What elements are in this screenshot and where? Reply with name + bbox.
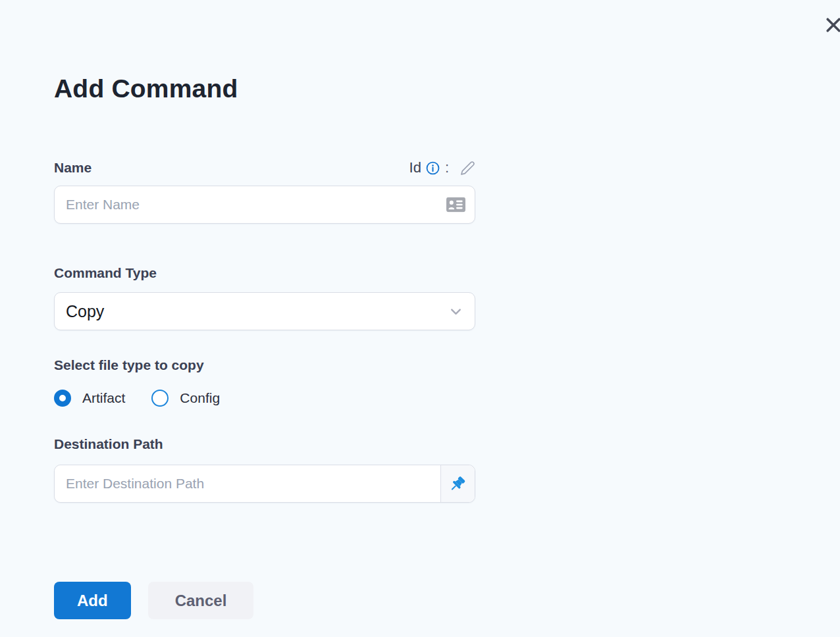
id-colon: : bbox=[445, 159, 449, 176]
x-icon bbox=[824, 15, 840, 35]
add-command-modal: Add Command Name Id : bbox=[54, 0, 475, 619]
radio-label-artifact: Artifact bbox=[82, 390, 125, 406]
name-input[interactable] bbox=[54, 186, 475, 224]
file-type-label: Select file type to copy bbox=[54, 357, 475, 374]
destination-path-label: Destination Path bbox=[54, 436, 475, 453]
pin-button[interactable] bbox=[440, 465, 475, 502]
file-type-radio-group: Artifact Config bbox=[54, 390, 475, 407]
edit-id-button[interactable] bbox=[460, 161, 475, 176]
radio-option-artifact[interactable]: Artifact bbox=[54, 390, 125, 407]
radio-label-config: Config bbox=[180, 390, 220, 406]
cancel-button[interactable]: Cancel bbox=[148, 582, 254, 619]
page-title: Add Command bbox=[54, 0, 475, 104]
radio-selected-icon[interactable] bbox=[54, 390, 71, 407]
action-buttons: Add Cancel bbox=[54, 582, 475, 619]
close-button[interactable] bbox=[822, 14, 840, 36]
id-label: Id bbox=[409, 159, 421, 176]
command-type-value: Copy bbox=[66, 302, 104, 321]
name-label: Name bbox=[54, 159, 92, 176]
pushpin-icon bbox=[449, 475, 467, 493]
name-input-wrap bbox=[54, 186, 475, 224]
add-button[interactable]: Add bbox=[54, 582, 131, 619]
command-type-select[interactable]: Copy bbox=[54, 292, 475, 330]
info-circle-icon[interactable] bbox=[426, 161, 440, 175]
radio-unselected-icon[interactable] bbox=[151, 390, 169, 407]
contact-card-icon bbox=[446, 197, 465, 213]
radio-option-config[interactable]: Config bbox=[151, 390, 220, 407]
name-field-header: Name Id : bbox=[54, 159, 475, 176]
destination-path-group bbox=[54, 465, 475, 503]
command-type-label: Command Type bbox=[54, 265, 475, 282]
chevron-down-icon bbox=[448, 304, 463, 319]
pencil-icon bbox=[460, 161, 475, 176]
id-group: Id : bbox=[409, 159, 475, 176]
destination-path-input[interactable] bbox=[55, 465, 440, 502]
